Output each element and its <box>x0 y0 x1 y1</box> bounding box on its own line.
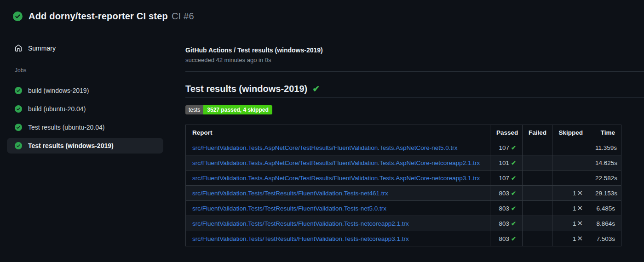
time-cell: 8.864s <box>589 216 621 231</box>
tests-badge: tests 3527 passed, 4 skipped <box>185 105 272 114</box>
column-header-passed: Passed <box>490 125 523 140</box>
divider <box>185 97 644 98</box>
report-cell: src/FluentValidation.Tests/TestResults/F… <box>186 216 490 231</box>
table-header-row: ReportPassedFailedSkippedTime <box>186 125 621 140</box>
skip-x-icon: ✕ <box>577 189 583 197</box>
summary-label: Summary <box>28 45 56 52</box>
skipped-cell: 1✕ <box>552 231 589 246</box>
passed-cell: 803✔ <box>490 201 523 216</box>
failed-cell <box>523 186 552 201</box>
time-cell: 11.359s <box>589 140 621 155</box>
job-success-icon <box>15 87 22 94</box>
skipped-cell: 1✕ <box>552 201 589 216</box>
job-label: Test results (ubuntu-20.04) <box>28 124 105 131</box>
run-title-text: Add dorny/test-reporter CI step <box>29 11 168 21</box>
pass-check-icon: ✔ <box>511 144 516 151</box>
time-cell: 6.485s <box>589 201 621 216</box>
run-number: CI #6 <box>172 11 194 21</box>
passed-cell: 101✔ <box>490 155 523 171</box>
passed-cell: 803✔ <box>490 231 523 246</box>
job-success-icon <box>15 105 22 113</box>
failed-cell <box>523 231 552 246</box>
skipped-cell: 1✕ <box>552 186 589 201</box>
failed-cell <box>523 171 552 186</box>
run-title: Add dorny/test-reporter CI stepCI #6 <box>29 11 194 22</box>
report-link[interactable]: src/FluentValidation.Tests/TestResults/F… <box>192 220 409 227</box>
table-row: src/FluentValidation.Tests/TestResults/F… <box>186 216 621 231</box>
time-cell: 22.582s <box>589 171 621 186</box>
pass-check-icon: ✔ <box>511 235 516 242</box>
column-header-failed: Failed <box>523 125 552 140</box>
table-body: src/FluentValidation.Tests.AspNetCore/Te… <box>186 140 621 246</box>
skip-x-icon: ✕ <box>577 219 583 227</box>
report-cell: src/FluentValidation.Tests/TestResults/F… <box>186 201 490 216</box>
passed-cell: 803✔ <box>490 216 523 231</box>
report-cell: src/FluentValidation.Tests.AspNetCore/Te… <box>186 140 490 155</box>
table-row: src/FluentValidation.Tests.AspNetCore/Te… <box>186 171 621 186</box>
table-row: src/FluentValidation.Tests.AspNetCore/Te… <box>186 140 621 155</box>
report-cell: src/FluentValidation.Tests/TestResults/F… <box>186 231 490 246</box>
job-label: Test results (windows-2019) <box>28 142 114 149</box>
passed-count: 101 <box>499 159 510 166</box>
success-check-icon: ✔ <box>312 84 320 94</box>
passed-count: 803 <box>499 190 510 197</box>
failed-cell <box>523 201 552 216</box>
column-header-skipped: Skipped <box>552 125 589 140</box>
run-status-success-icon <box>13 11 23 21</box>
skipped-cell <box>552 140 589 155</box>
time-cell: 14.625s <box>589 155 621 171</box>
report-cell: src/FluentValidation.Tests.AspNetCore/Te… <box>186 155 490 171</box>
table-row: src/FluentValidation.Tests/TestResults/F… <box>186 231 621 246</box>
failed-cell <box>523 155 552 171</box>
time-cell: 7.503s <box>589 231 621 246</box>
failed-cell <box>523 140 552 155</box>
report-link[interactable]: src/FluentValidation.Tests.AspNetCore/Te… <box>192 144 458 151</box>
pass-check-icon: ✔ <box>511 205 516 212</box>
report-cell: src/FluentValidation.Tests/TestResults/F… <box>186 186 490 201</box>
skip-x-icon: ✕ <box>577 204 583 212</box>
jobs-section-label: Jobs <box>15 67 163 74</box>
report-heading-text: Test results (windows-2019) <box>185 84 307 94</box>
passed-cell: 803✔ <box>490 186 523 201</box>
run-header: Add dorny/test-reporter CI stepCI #6 <box>13 11 194 22</box>
test-results-table: ReportPassedFailedSkippedTime src/Fluent… <box>185 125 621 246</box>
failed-cell <box>523 216 552 231</box>
skip-x-icon: ✕ <box>577 234 583 242</box>
passed-cell: 107✔ <box>490 140 523 155</box>
skipped-count: 1 <box>573 190 576 197</box>
time-cell: 29.153s <box>589 186 621 201</box>
report-link[interactable]: src/FluentValidation.Tests/TestResults/F… <box>192 190 388 197</box>
column-header-time: Time <box>589 125 621 140</box>
skipped-cell <box>552 171 589 186</box>
report-link[interactable]: src/FluentValidation.Tests.AspNetCore/Te… <box>192 159 480 166</box>
check-run-breadcrumb: GitHub Actions / Test results (windows-2… <box>185 46 323 54</box>
tests-badge-value: 3527 passed, 4 skipped <box>203 105 272 114</box>
sidebar-item-summary[interactable]: Summary <box>7 41 163 55</box>
passed-count: 107 <box>499 175 510 182</box>
sidebar-job-item[interactable]: build (ubuntu-20.04) <box>7 101 163 117</box>
pass-check-icon: ✔ <box>511 190 516 197</box>
report-link[interactable]: src/FluentValidation.Tests.AspNetCore/Te… <box>192 175 480 182</box>
table-row: src/FluentValidation.Tests.AspNetCore/Te… <box>186 155 621 171</box>
run-status-line: succeeded 42 minutes ago in 0s <box>185 57 271 63</box>
sidebar-job-item[interactable]: Test results (windows-2019) <box>7 138 163 154</box>
sidebar: Summary Jobs build (windows-2019)build (… <box>7 41 163 156</box>
skipped-count: 1 <box>573 235 576 242</box>
column-header-report: Report <box>186 125 490 140</box>
job-success-icon <box>15 124 22 131</box>
sidebar-job-item[interactable]: Test results (ubuntu-20.04) <box>7 120 163 135</box>
skipped-count: 1 <box>573 205 576 212</box>
report-link[interactable]: src/FluentValidation.Tests/TestResults/F… <box>192 205 386 212</box>
pass-check-icon: ✔ <box>511 220 516 227</box>
skipped-count: 1 <box>573 220 576 227</box>
home-icon <box>15 45 22 52</box>
sidebar-job-item[interactable]: build (windows-2019) <box>7 83 163 98</box>
job-label: build (ubuntu-20.04) <box>28 105 86 113</box>
table-row: src/FluentValidation.Tests/TestResults/F… <box>186 201 621 216</box>
table-row: src/FluentValidation.Tests/TestResults/F… <box>186 186 621 201</box>
pass-check-icon: ✔ <box>511 175 516 182</box>
report-link[interactable]: src/FluentValidation.Tests/TestResults/F… <box>192 235 409 242</box>
pass-check-icon: ✔ <box>511 159 516 166</box>
passed-count: 803 <box>499 205 510 212</box>
skipped-cell <box>552 155 589 171</box>
